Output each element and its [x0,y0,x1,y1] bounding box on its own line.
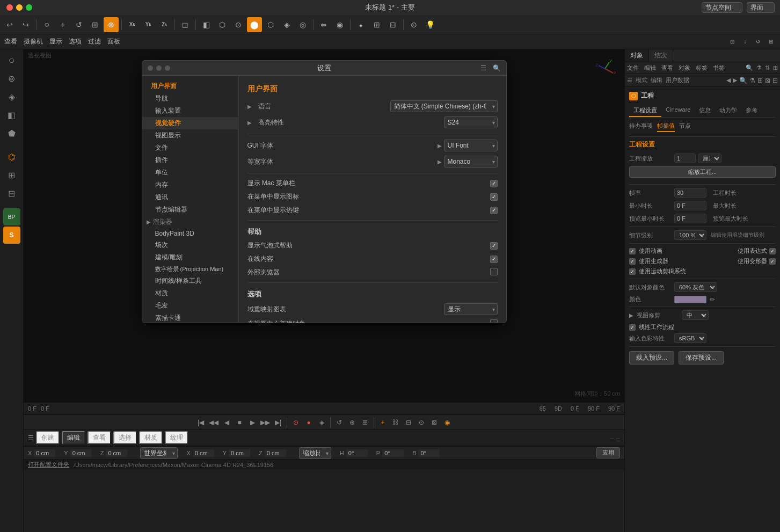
coord-system-select[interactable]: 世界坐标 [140,447,178,459]
side-tool-2[interactable]: ⊚ [3,70,20,87]
subtab-todo[interactable]: 待办事项 [629,122,653,132]
sidebar-timeline[interactable]: 时间线/样条工具 [142,275,238,287]
side-tool-5[interactable]: ⬟ [3,125,20,142]
preview-min-input[interactable] [674,214,706,223]
viewport-icon-3[interactable]: ↺ [753,37,763,47]
viewport-icon-1[interactable]: ⊡ [727,37,737,47]
connect-tool[interactable]: ⇔ [316,17,331,32]
show-icons-check[interactable] [490,193,498,201]
subtab-frame-interp[interactable]: 帧插值 [657,122,675,132]
scale-project-btn[interactable]: 缩放工程... [629,166,776,178]
domain-mapping-select[interactable]: 显示 [444,303,498,315]
language-select[interactable]: 简体中文 (Simple Chinese) (zh-CN) [390,100,498,112]
loop-btn[interactable]: ↺ [333,417,345,428]
active-tool[interactable]: ⬤ [247,17,262,32]
open-config-link[interactable]: 打开配置文件夹 [28,461,69,469]
sidebar-unit[interactable]: 单位 [142,166,238,179]
prop-filter-icon[interactable]: ⚗ [749,77,755,84]
sidebar-modeling[interactable]: 建模/雕刻 [142,251,238,264]
sidebar-comm[interactable]: 通讯 [142,191,238,203]
transform-tool[interactable]: ◻ [178,17,193,32]
light-btn[interactable]: 💡 [422,17,438,32]
move-tool[interactable]: Xk [125,17,140,32]
add-tool[interactable]: + [55,17,70,32]
plus-key-btn[interactable]: + [377,417,389,428]
grid-tool[interactable]: ⊞ [88,17,103,32]
dialog-search-icon[interactable]: 🔍 [493,64,501,72]
render-btn[interactable]: ⊙ [415,417,427,428]
min-input[interactable] [674,201,706,210]
play-end[interactable]: ▶| [272,417,284,428]
save-preset-btn[interactable]: 保存预设... [679,351,724,365]
default-color-select[interactable]: 60% 灰色 [674,282,717,292]
side-tool-7[interactable]: ⊞ [3,166,20,184]
dialog-menu-icon[interactable]: ☰ [480,64,486,72]
spline-tool[interactable]: ◈ [279,17,294,32]
sidebar-node-editor[interactable]: 节点编辑器 [142,203,238,216]
tab-view[interactable]: 查看 [88,431,111,444]
prop-userdata-label[interactable]: 用户数据 [666,76,689,84]
tab-texture[interactable]: 纹理 [165,431,188,444]
menu-tags[interactable]: 标签 [696,64,708,72]
circle-tool[interactable]: ○ [39,17,54,32]
menu-view[interactable]: 查看 [661,64,673,72]
extra-btn-2[interactable]: ⊞ [359,417,371,428]
prop-menu-icon[interactable]: ☰ [627,77,632,84]
scale-system-select[interactable]: 缩放比例 [299,447,331,459]
side-tool-8[interactable]: ⊟ [3,185,20,202]
prop-mode-label[interactable]: 模式 [636,76,647,84]
cursor-tool[interactable]: ⊕ [104,17,119,32]
use-gen-check[interactable] [629,258,636,265]
sidebar-renderer-section[interactable]: ▶渲染器 [142,216,238,228]
sidebar-visual-hardware[interactable]: 视觉硬件 [142,117,238,129]
close-button[interactable] [6,4,13,11]
use-display-check[interactable] [769,248,776,254]
viewport-area[interactable]: 透视视图 X Y Z 设置 [24,49,624,402]
scale-tool[interactable]: Yk [141,17,156,32]
side-tool-6[interactable]: ⌬ [3,148,20,165]
show-hotkeys-check[interactable] [490,207,498,214]
play-forward[interactable]: ▶ [246,417,258,428]
sidebar-plugin[interactable]: 插件 [142,154,238,166]
redo-button[interactable]: ↪ [18,17,33,32]
filter-icon[interactable]: ⚗ [756,64,762,71]
prop-extra-icon[interactable]: ⊞ [757,77,763,84]
sidebar-sketch[interactable]: 素描卡通 [142,312,238,323]
gui-font-select[interactable]: UI Font [444,140,498,151]
mac-menu-check[interactable] [490,180,498,187]
sidebar-projection[interactable]: 数字绘景 (Projection Man) [142,264,238,275]
tab-project-settings[interactable]: 工程设置 [629,105,661,117]
new-center-check[interactable] [490,319,498,323]
menu-options[interactable]: 选项 [69,37,82,46]
menu-camera[interactable]: 摄像机 [24,37,43,46]
side-tool-3[interactable]: ◈ [3,88,20,105]
sidebar-file[interactable]: 文件 [142,142,238,154]
tab-reference[interactable]: 参考 [741,105,762,117]
prop-extra-icon-3[interactable]: ⊟ [772,77,778,84]
key-btn-2[interactable]: ◈ [316,417,327,428]
prop-search-icon[interactable]: 🔍 [739,77,747,84]
menu-panel[interactable]: 面板 [107,37,120,46]
prop-fwd-btn[interactable]: ▶ [733,77,737,84]
tab-material[interactable]: 材质 [139,431,163,444]
view-correction-select[interactable]: 中 [682,310,709,320]
panel-icon[interactable]: ⊞ [773,64,778,71]
tab-info[interactable]: 信息 [695,105,715,117]
fps-input[interactable] [674,188,706,198]
scale-unit-select[interactable]: 厘米 [698,154,721,163]
play-stop[interactable]: ■ [234,417,245,428]
linear-check[interactable] [629,324,636,331]
use-transform-check[interactable] [769,258,776,265]
refresh-tool[interactable]: ↺ [71,17,86,32]
minimize-button[interactable] [16,4,23,11]
interface-dropdown[interactable]: 界面 [747,2,775,13]
deform-tool[interactable]: ◎ [295,17,310,32]
ext-browser-check[interactable] [490,268,498,275]
undo-button[interactable]: ↩ [2,17,17,32]
bottom-menu-icon[interactable]: ☰ [28,434,34,442]
side-substance[interactable]: S [3,227,20,244]
online-content-check[interactable] [490,256,498,263]
rotate-tool[interactable]: Zk [157,17,172,32]
highlight-select[interactable]: S24 [444,116,498,128]
color-swatch[interactable] [674,296,706,303]
